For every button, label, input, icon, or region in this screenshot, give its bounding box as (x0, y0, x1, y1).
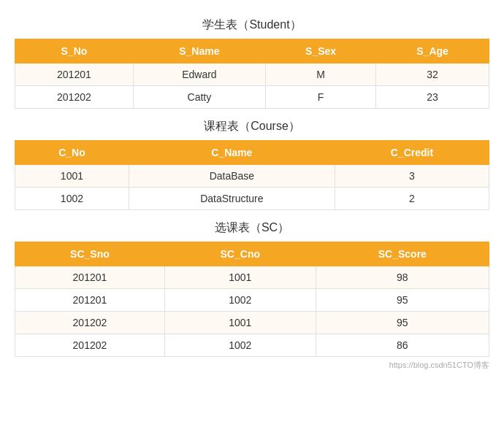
table-cell: 201201 (15, 266, 165, 289)
student-col-ssex: S_Sex (265, 39, 375, 63)
table-cell: 1001 (164, 266, 316, 289)
table-cell: 2 (335, 188, 489, 210)
table-cell: 95 (316, 312, 489, 334)
table-row: 201201100295 (15, 289, 489, 312)
course-table: C_No C_Name C_Credit 1001DataBase31002Da… (15, 140, 489, 210)
table-cell: 201202 (15, 334, 165, 357)
table-cell: 98 (316, 266, 489, 289)
table-cell: DataBase (129, 165, 335, 188)
table-cell: 1002 (164, 334, 316, 357)
sc-table-title: 选课表（SC） (15, 220, 489, 236)
student-col-sname: S_Name (133, 39, 265, 63)
course-col-cname: C_Name (129, 141, 335, 165)
table-row: 201201100198 (15, 266, 489, 289)
table-cell: 1001 (15, 165, 129, 188)
table-row: 201201EdwardM32 (15, 63, 489, 86)
table-cell: 201201 (15, 289, 165, 312)
sc-header-row: SC_Sno SC_Cno SC_Score (15, 242, 489, 266)
table-cell: F (265, 86, 375, 109)
table-cell: 1001 (164, 312, 316, 334)
table-row: 201202100195 (15, 312, 489, 334)
student-table: S_No S_Name S_Sex S_Age 201201EdwardM322… (15, 39, 489, 109)
table-row: 1002DataStructure2 (15, 188, 489, 210)
table-cell: 3 (335, 165, 489, 188)
course-table-title: 课程表（Course） (15, 119, 489, 134)
watermark: https://blog.csdn51CTO博客 (15, 360, 489, 371)
table-row: 201202100286 (15, 334, 489, 357)
student-table-title: 学生表（Student） (15, 18, 489, 33)
sc-table: SC_Sno SC_Cno SC_Score 20120110019820120… (15, 242, 489, 357)
table-cell: 86 (316, 334, 489, 357)
table-cell: 1002 (164, 289, 316, 312)
sc-col-sno: SC_Sno (15, 242, 165, 266)
student-col-sno: S_No (15, 39, 134, 63)
student-header-row: S_No S_Name S_Sex S_Age (15, 39, 489, 63)
course-col-cno: C_No (15, 141, 129, 165)
table-cell: 201201 (15, 63, 134, 86)
table-cell: 23 (376, 86, 489, 109)
table-cell: Catty (133, 86, 265, 109)
sc-col-score: SC_Score (316, 242, 489, 266)
course-col-ccredit: C_Credit (335, 141, 489, 165)
student-col-sage: S_Age (376, 39, 489, 63)
table-cell: Edward (133, 63, 265, 86)
sc-col-cno: SC_Cno (164, 242, 316, 266)
table-cell: 32 (376, 63, 489, 86)
table-row: 201202CattyF23 (15, 86, 489, 109)
table-cell: 1002 (15, 188, 129, 210)
table-cell: M (265, 63, 375, 86)
table-row: 1001DataBase3 (15, 165, 489, 188)
course-header-row: C_No C_Name C_Credit (15, 141, 489, 165)
table-cell: DataStructure (129, 188, 335, 210)
table-cell: 201202 (15, 312, 165, 334)
table-cell: 201202 (15, 86, 134, 109)
table-cell: 95 (316, 289, 489, 312)
